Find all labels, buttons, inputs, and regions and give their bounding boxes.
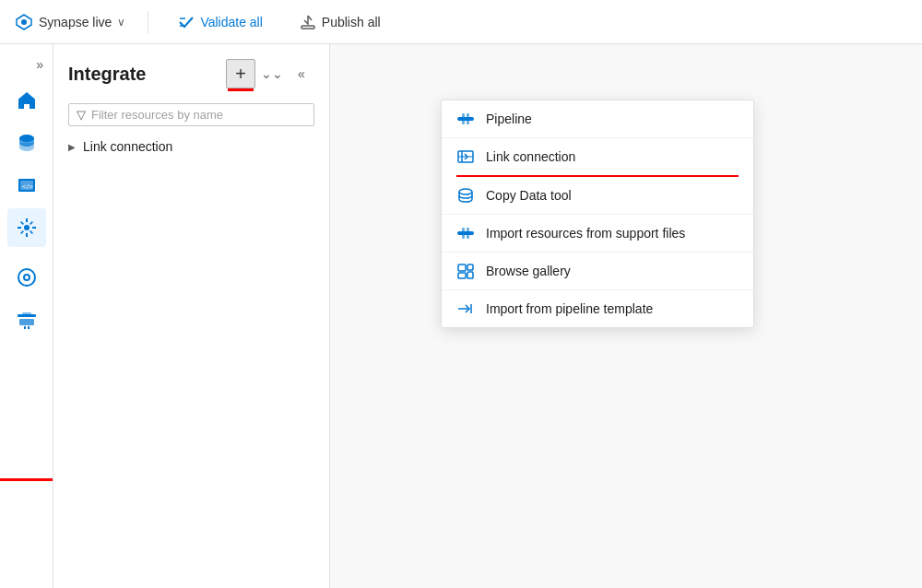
home-icon [16, 89, 38, 112]
tree-chevron-icon: ▶ [68, 142, 76, 152]
dropdown-item-import-resources-label: Import resources from support files [486, 226, 685, 241]
monitor-icon [16, 266, 38, 288]
dropdown-item-pipeline[interactable]: Pipeline [442, 100, 753, 138]
pipeline-icon [456, 110, 475, 128]
filter-placeholder: Filter resources by name [91, 108, 223, 122]
dropdown-item-browse-gallery-label: Browse gallery [486, 264, 571, 278]
synapse-icon [15, 13, 33, 31]
validate-icon [178, 14, 195, 30]
copy-data-icon [456, 186, 475, 205]
svg-rect-34 [467, 265, 473, 270]
validate-label: Validate all [200, 15, 262, 29]
dropdown-item-copy-data-label: Copy Data tool [486, 188, 572, 203]
publish-icon [300, 14, 316, 30]
browse-gallery-icon [456, 262, 475, 280]
dropdown-item-copy-data[interactable]: Copy Data tool [442, 177, 753, 215]
svg-rect-14 [19, 319, 34, 325]
svg-rect-4 [301, 26, 314, 29]
svg-rect-21 [462, 113, 465, 124]
import-template-icon [456, 300, 475, 318]
svg-rect-33 [458, 273, 466, 278]
sidebar-item-data[interactable] [7, 123, 46, 162]
tree-item-label: Link connection [83, 139, 172, 154]
develop-icon: </> [16, 174, 38, 196]
integrate-icon [16, 217, 38, 239]
svg-rect-32 [458, 265, 466, 271]
integrate-panel: Integrate + ⌄⌄ « ▽ Filter resources by n… [53, 44, 330, 588]
svg-rect-13 [18, 314, 36, 317]
data-icon [16, 132, 38, 154]
svg-point-28 [458, 231, 462, 235]
dropdown-item-import-template-label: Import from pipeline template [486, 301, 653, 316]
svg-rect-35 [467, 272, 473, 278]
svg-point-19 [458, 117, 462, 121]
svg-rect-17 [28, 326, 30, 329]
filter-bar: ▽ Filter resources by name [53, 96, 329, 134]
top-bar-divider [148, 11, 148, 33]
dropdown-item-import-resources[interactable]: Import resources from support files [442, 215, 753, 253]
link-connection-icon [456, 147, 475, 166]
add-resource-button[interactable]: + [226, 59, 255, 88]
sidebar-collapse-button[interactable]: » [30, 52, 49, 77]
svg-rect-30 [462, 228, 465, 239]
import-resources-icon [456, 224, 475, 242]
manage-icon [16, 309, 38, 331]
svg-point-12 [25, 276, 29, 279]
top-bar: Synapse live ∨ Validate all Publish all [0, 0, 922, 44]
add-resource-dropdown: Pipeline Link connection [441, 100, 754, 328]
svg-point-29 [469, 231, 473, 235]
svg-rect-22 [467, 113, 469, 124]
integrate-header: Integrate + ⌄⌄ « [53, 44, 329, 96]
main-layout: » </> [0, 44, 922, 588]
sort-button[interactable]: ⌄⌄ [259, 61, 285, 87]
integrate-actions: + ⌄⌄ « [226, 59, 314, 88]
svg-point-26 [459, 189, 472, 194]
sidebar-item-develop[interactable]: </> [7, 166, 46, 205]
synapse-workspace[interactable]: Synapse live ∨ [15, 13, 125, 31]
sidebar-item-integrate[interactable] [7, 208, 46, 247]
svg-point-9 [24, 225, 30, 230]
publish-label: Publish all [322, 15, 381, 29]
filter-input[interactable]: ▽ Filter resources by name [68, 103, 314, 126]
dropdown-item-import-template[interactable]: Import from pipeline template [442, 290, 753, 327]
synapse-chevron-icon: ∨ [117, 16, 125, 29]
svg-rect-31 [467, 228, 469, 239]
tree-item-link-connection[interactable]: ▶ Link connection [53, 134, 329, 159]
dropdown-item-pipeline-label: Pipeline [486, 112, 532, 126]
sidebar-item-manage[interactable] [7, 300, 46, 339]
integrate-title: Integrate [68, 64, 219, 85]
add-button-indicator [228, 88, 254, 91]
svg-rect-15 [22, 312, 31, 314]
collapse-button[interactable]: « [289, 61, 314, 87]
sidebar: » </> [0, 44, 53, 588]
validate-all-button[interactable]: Validate all [171, 10, 269, 34]
svg-point-20 [469, 117, 473, 121]
sidebar-active-indicator [0, 478, 53, 481]
dropdown-item-link-connection[interactable]: Link connection [442, 138, 753, 175]
svg-point-1 [21, 19, 27, 25]
sidebar-item-home[interactable] [7, 81, 46, 120]
filter-icon: ▽ [77, 108, 86, 122]
synapse-label: Synapse live [39, 15, 112, 29]
sidebar-item-monitor[interactable] [7, 258, 46, 297]
publish-all-button[interactable]: Publish all [292, 10, 388, 34]
svg-rect-16 [24, 326, 26, 329]
svg-text:</>: </> [22, 182, 33, 191]
dropdown-item-link-connection-label: Link connection [486, 149, 575, 164]
dropdown-item-browse-gallery[interactable]: Browse gallery [442, 253, 753, 290]
